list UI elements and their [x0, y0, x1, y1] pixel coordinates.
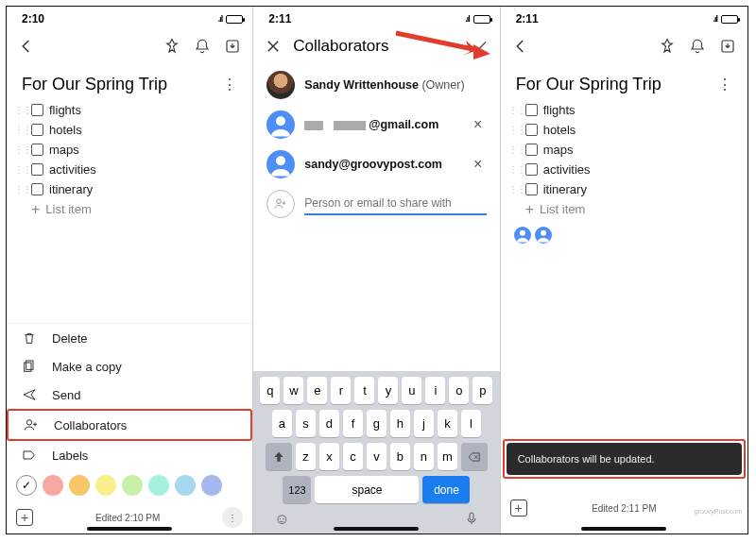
checklist-item[interactable]: activities	[14, 160, 241, 179]
key-t[interactable]: t	[354, 377, 374, 404]
checkbox[interactable]	[525, 183, 538, 195]
checkbox[interactable]	[525, 144, 538, 156]
shift-key[interactable]	[266, 443, 292, 470]
done-key[interactable]: done	[422, 476, 470, 503]
menu-delete[interactable]: Delete	[7, 324, 252, 352]
add-box-icon[interactable]: +	[510, 500, 527, 517]
key-d[interactable]: d	[319, 410, 339, 437]
key-r[interactable]: r	[331, 377, 351, 404]
collaborator-avatar[interactable]	[535, 227, 552, 244]
drag-handle-icon[interactable]	[14, 187, 26, 192]
checkbox[interactable]	[525, 124, 538, 136]
key-n[interactable]: n	[414, 443, 434, 470]
key-v[interactable]: v	[367, 443, 387, 470]
add-list-item[interactable]: +List item	[508, 199, 736, 219]
checklist-item[interactable]: itinerary	[508, 179, 736, 199]
key-f[interactable]: f	[343, 410, 363, 437]
close-icon[interactable]	[263, 36, 284, 57]
menu-copy[interactable]: Make a copy	[7, 352, 252, 381]
drag-handle-icon[interactable]	[508, 147, 520, 152]
key-z[interactable]: z	[296, 443, 316, 470]
more-icon[interactable]: ⋮	[222, 76, 237, 93]
emoji-key[interactable]: ☺	[274, 511, 289, 530]
color-swatch[interactable]	[175, 475, 196, 496]
numbers-key[interactable]: 123	[283, 476, 311, 503]
checklist-item[interactable]: flights	[508, 100, 736, 120]
note-title[interactable]: For Our Spring Trip	[516, 75, 662, 94]
more-actions-icon[interactable]: ⋮	[222, 507, 243, 528]
checklist-item[interactable]: hotels	[14, 120, 241, 140]
color-swatch[interactable]	[122, 475, 143, 496]
key-h[interactable]: h	[390, 410, 410, 437]
key-c[interactable]: c	[343, 443, 363, 470]
key-g[interactable]: g	[367, 410, 387, 437]
key-a[interactable]: a	[272, 410, 292, 437]
color-none[interactable]: ✓	[16, 475, 37, 496]
add-box-icon[interactable]: +	[16, 509, 33, 526]
color-swatch[interactable]	[43, 475, 63, 496]
key-x[interactable]: x	[319, 443, 339, 470]
drag-handle-icon[interactable]	[508, 187, 520, 192]
drag-handle-icon[interactable]	[508, 167, 520, 172]
remove-collaborator-icon[interactable]: ×	[470, 116, 487, 133]
key-e[interactable]: e	[307, 377, 327, 404]
space-key[interactable]: space	[315, 476, 419, 503]
add-collaborator-input[interactable]	[304, 193, 486, 215]
key-o[interactable]: o	[449, 377, 469, 404]
remove-collaborator-icon[interactable]: ×	[470, 156, 487, 173]
key-j[interactable]: j	[414, 410, 434, 437]
drag-handle-icon[interactable]	[14, 147, 26, 152]
reminder-icon[interactable]	[687, 36, 708, 57]
key-q[interactable]: q	[260, 377, 280, 404]
drag-handle-icon[interactable]	[508, 108, 520, 112]
add-list-item[interactable]: +List item	[14, 199, 241, 219]
key-b[interactable]: b	[390, 443, 410, 470]
pin-icon[interactable]	[657, 36, 678, 57]
checkbox[interactable]	[31, 163, 43, 176]
drag-handle-icon[interactable]	[508, 127, 520, 132]
checklist-item[interactable]: itinerary	[14, 179, 241, 199]
backspace-key[interactable]	[461, 443, 488, 470]
key-p[interactable]: p	[472, 377, 492, 404]
menu-send[interactable]: Send	[7, 381, 252, 409]
key-s[interactable]: s	[296, 410, 316, 437]
collaborator-avatar[interactable]	[514, 227, 531, 244]
menu-labels[interactable]: Labels	[7, 441, 252, 469]
checklist-item[interactable]: maps	[14, 140, 241, 160]
drag-handle-icon[interactable]	[14, 167, 26, 172]
more-icon[interactable]: ⋮	[717, 76, 732, 93]
color-swatch[interactable]	[201, 475, 222, 496]
key-l[interactable]: l	[461, 410, 481, 437]
checklist-item[interactable]: maps	[508, 140, 736, 160]
menu-collaborators[interactable]: Collaborators	[7, 409, 252, 441]
status-bar: 2:11 .ıl	[501, 7, 747, 27]
checkbox[interactable]	[525, 163, 538, 176]
back-icon[interactable]	[510, 36, 531, 57]
key-w[interactable]: w	[284, 377, 303, 404]
drag-handle-icon[interactable]	[14, 108, 26, 112]
key-k[interactable]: k	[438, 410, 457, 437]
archive-icon[interactable]	[222, 36, 243, 57]
color-swatch[interactable]	[95, 475, 116, 496]
checkbox[interactable]	[31, 124, 43, 136]
checkbox[interactable]	[31, 183, 43, 195]
checklist-item[interactable]: hotels	[508, 120, 736, 140]
drag-handle-icon[interactable]	[14, 127, 26, 132]
checkbox[interactable]	[525, 104, 538, 116]
key-i[interactable]: i	[425, 377, 445, 404]
key-y[interactable]: y	[378, 377, 398, 404]
reminder-icon[interactable]	[192, 36, 213, 57]
checklist-item[interactable]: activities	[508, 160, 736, 179]
checklist-item[interactable]: flights	[14, 100, 241, 120]
archive-icon[interactable]	[717, 36, 738, 57]
checkbox[interactable]	[31, 144, 43, 156]
mic-key[interactable]	[464, 511, 479, 530]
note-title[interactable]: For Our Spring Trip	[22, 75, 167, 94]
pin-icon[interactable]	[162, 36, 182, 57]
key-u[interactable]: u	[402, 377, 421, 404]
color-swatch[interactable]	[69, 475, 90, 496]
back-icon[interactable]	[16, 36, 37, 57]
key-m[interactable]: m	[438, 443, 457, 470]
color-swatch[interactable]	[148, 475, 169, 496]
checkbox[interactable]	[31, 104, 43, 116]
